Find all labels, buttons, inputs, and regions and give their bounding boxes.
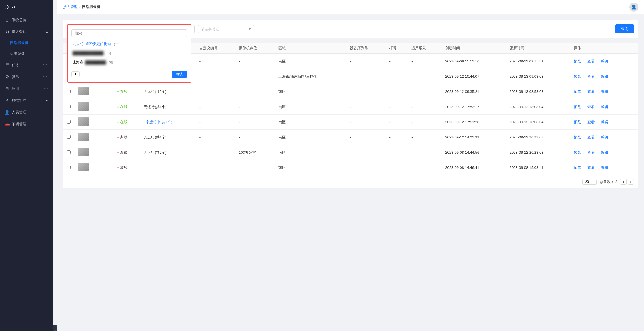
row-custom-id-cell: - <box>196 99 235 115</box>
view-link[interactable]: 查看 <box>587 150 595 155</box>
th-pole-no: 杆号 <box>386 43 408 54</box>
sidebar-item-task[interactable]: ☰ 任务 〜〜 <box>0 59 53 71</box>
row-custom-id-cell: - <box>196 130 235 145</box>
view-link[interactable]: 查看 <box>587 74 595 79</box>
view-link[interactable]: 查看 <box>587 120 595 124</box>
edit-link[interactable]: 编辑 <box>601 90 608 94</box>
row-actions-cell: 预览 | 查看 | 编辑 <box>570 84 638 99</box>
algorithm-select[interactable]: 请选择算法 <box>198 25 254 33</box>
dropdown-item-label-blurred: ████████████ <box>73 51 104 55</box>
edit-link[interactable]: 编辑 <box>601 59 608 63</box>
prev-page-button[interactable]: ‹ <box>620 179 626 185</box>
edit-link[interactable]: 编辑 <box>601 74 608 79</box>
preview-link[interactable]: 预览 <box>574 90 581 94</box>
row-status-cell: 在线 <box>114 115 140 130</box>
view-link[interactable]: 查看 <box>587 135 595 139</box>
sidebar-item-label: 人员管理 <box>12 110 26 115</box>
view-link[interactable]: 查看 <box>587 105 595 109</box>
row-pole-no-cell: - <box>386 84 408 99</box>
sidebar-collapse-button[interactable]: ◀ <box>53 325 57 331</box>
row-checkbox[interactable] <box>67 166 71 169</box>
row-updated-time-cell: 2023-09-08 15:03:41 <box>506 160 570 175</box>
view-link[interactable]: 查看 <box>587 90 595 94</box>
sidebar-item-network-camera[interactable]: 网络摄像机 <box>0 38 53 48</box>
breadcrumb-separator: / <box>79 5 80 9</box>
sidebar-item-system[interactable]: ⌂ 系统总览 <box>0 14 53 26</box>
row-updated-time-cell: 2023-09-12 20:23:03 <box>506 130 570 145</box>
row-region-cell: 上海市/浦东新区/三林镇 <box>275 69 346 84</box>
dropdown-item-shanghai[interactable]: 上海市 ████████ (6) <box>68 57 191 67</box>
dropdown-item-label-blurred-2: ████████ <box>85 60 106 64</box>
sidebar-item-data-mgmt[interactable]: 🗄 数据管理 ▼ <box>0 95 53 106</box>
edit-link[interactable]: 编辑 <box>601 135 608 139</box>
view-link[interactable]: 查看 <box>587 59 595 63</box>
query-button[interactable]: 查询 <box>615 24 634 33</box>
status-badge: 离线 <box>117 150 137 155</box>
preview-link[interactable]: 预览 <box>574 166 581 170</box>
sidebar-item-people-mgmt[interactable]: 👤 人员管理 <box>0 106 53 118</box>
row-custom-id-cell: - <box>196 84 235 99</box>
action-sep-2: | <box>597 135 598 139</box>
sidebar-item-edge-device[interactable]: 边缘设备 <box>0 48 53 59</box>
row-status-cell: 离线 <box>114 145 140 160</box>
dropdown-item-count-2: (8) <box>107 51 111 55</box>
row-updated-time-cell: 2023-09-13 09:15:31 <box>506 54 570 69</box>
sidebar-item-application[interactable]: ⊞ 应用 〜〜 <box>0 83 53 95</box>
action-sep-2: | <box>597 166 598 170</box>
table-row: 离线 - - - 南区 - - - 2023-09-08 14:46:41 20… <box>63 160 638 175</box>
action-sep-2: | <box>597 90 598 94</box>
next-page-button[interactable]: › <box>628 179 634 185</box>
row-location-cell: 103办公室 <box>235 145 275 160</box>
page-size-select[interactable]: 20 10 50 100 <box>582 179 597 185</box>
dropdown-item-2[interactable]: ████████████ (8) <box>68 49 191 57</box>
dropdown-item-count: (12) <box>114 42 120 46</box>
dropdown-item-count-3: (6) <box>109 60 113 64</box>
region-dropdown: 北京/东城区/安定门街道 (12) ████████████ (8) 上海市 █… <box>67 24 191 83</box>
row-checkbox-cell <box>63 84 74 99</box>
row-status-cell: 在线 <box>114 84 140 99</box>
algo-waveform-icon: 〜〜 <box>43 75 48 79</box>
row-checkbox[interactable] <box>67 135 71 139</box>
breadcrumb-parent[interactable]: 接入管理 <box>63 5 78 10</box>
row-checkbox[interactable] <box>67 105 71 108</box>
view-link[interactable]: 查看 <box>587 166 595 170</box>
dropdown-search-input[interactable] <box>71 29 187 37</box>
dropdown-confirm-button[interactable]: 确认 <box>172 71 187 78</box>
action-sep-2: | <box>597 105 598 109</box>
preview-link[interactable]: 预览 <box>574 59 581 63</box>
dropdown-item-beijing[interactable]: 北京/东城区/安定门街道 (12) <box>68 39 191 49</box>
row-updated-time-cell: 2023-09-13 09:03:03 <box>506 69 570 84</box>
user-avatar[interactable]: 👤 <box>629 3 638 12</box>
edit-link[interactable]: 编辑 <box>601 150 608 155</box>
camera-thumbnail <box>78 163 89 171</box>
camera-thumbnail <box>78 102 89 111</box>
row-custom-id-cell: - <box>196 69 235 84</box>
row-checkbox[interactable] <box>67 90 71 93</box>
row-updated-time-cell: 2023-09-12 20:23:03 <box>506 145 570 160</box>
page-body: 请选择区域 ▼ 北京/东城区/安定门街道 (12) ████████████ (… <box>57 14 644 331</box>
logo-text: AI <box>11 5 15 9</box>
edit-link[interactable]: 编辑 <box>601 105 608 109</box>
row-actions-cell: 预览 | 查看 | 编辑 <box>570 69 638 84</box>
sidebar-item-algorithm[interactable]: ⚙ 算法 〜〜 <box>0 71 53 83</box>
row-location-cell: - <box>235 160 275 175</box>
preview-link[interactable]: 预览 <box>574 120 581 124</box>
preview-link[interactable]: 预览 <box>574 135 581 139</box>
row-updated-time-cell: 2023-09-13 08:53:03 <box>506 84 570 99</box>
edit-link[interactable]: 编辑 <box>601 120 608 124</box>
row-updated-time-cell: 2023-09-12 18:08:04 <box>506 115 570 130</box>
preview-link[interactable]: 预览 <box>574 150 581 155</box>
edit-link[interactable]: 编辑 <box>601 166 608 170</box>
preview-link[interactable]: 预览 <box>574 105 581 109</box>
sidebar-item-vehicle-mgmt[interactable]: 🚗 车辆管理 <box>0 118 53 130</box>
preview-link[interactable]: 预览 <box>574 74 581 79</box>
total-label: 总条数： 8 <box>600 179 617 184</box>
sidebar-item-access[interactable]: ⛓ 接入管理 ▲ <box>0 26 53 38</box>
row-checkbox[interactable] <box>67 150 71 154</box>
action-sep-1: | <box>584 120 585 124</box>
th-custom-id: 自定义编号 <box>196 43 235 54</box>
th-device-serial: 设备序列号 <box>346 43 386 54</box>
row-checkbox[interactable] <box>67 120 71 124</box>
dropdown-page-input[interactable]: 1 <box>71 71 80 77</box>
row-name-cell <box>74 115 114 130</box>
